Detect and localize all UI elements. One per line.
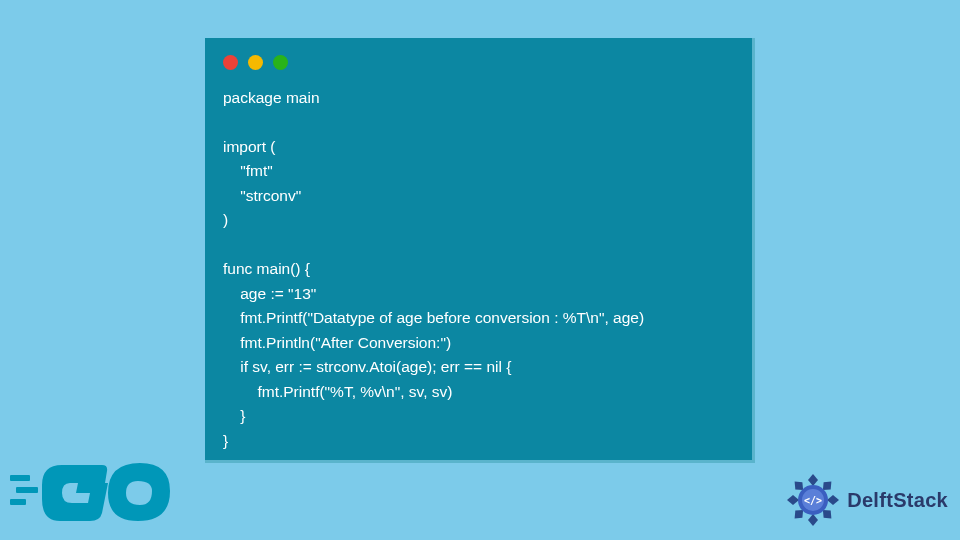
code-line: fmt.Printf("Datatype of age before conve… (223, 309, 644, 326)
code-window: package main import ( "fmt" "strconv" ) … (205, 38, 755, 463)
code-line: age := "13" (223, 285, 316, 302)
minimize-icon (248, 55, 263, 70)
code-line: } (223, 407, 245, 424)
code-line: func main() { (223, 260, 310, 277)
go-logo-icon (10, 455, 185, 530)
code-line: fmt.Println("After Conversion:") (223, 334, 451, 351)
code-line: "fmt" (223, 162, 273, 179)
svg-marker-3 (808, 474, 818, 486)
code-line: package main (223, 89, 320, 106)
maximize-icon (273, 55, 288, 70)
svg-marker-4 (808, 514, 818, 526)
svg-rect-2 (10, 499, 26, 505)
window-titlebar (205, 38, 752, 68)
svg-marker-5 (787, 495, 799, 505)
code-line: if sv, err := strconv.Atoi(age); err == … (223, 358, 511, 375)
code-line: "strconv" (223, 187, 301, 204)
close-icon (223, 55, 238, 70)
delftstack-badge-icon: </> (785, 472, 841, 528)
svg-marker-6 (827, 495, 839, 505)
code-line: } (223, 432, 228, 449)
svg-rect-0 (10, 475, 30, 481)
code-line: fmt.Printf("%T, %v\n", sv, sv) (223, 383, 452, 400)
code-block: package main import ( "fmt" "strconv" ) … (205, 68, 752, 453)
svg-rect-1 (16, 487, 38, 493)
code-line: ) (223, 211, 228, 228)
delftstack-label: DelftStack (847, 489, 948, 512)
svg-text:</>: </> (804, 495, 822, 506)
code-line: import ( (223, 138, 276, 155)
delftstack-branding: </> DelftStack (785, 472, 948, 528)
